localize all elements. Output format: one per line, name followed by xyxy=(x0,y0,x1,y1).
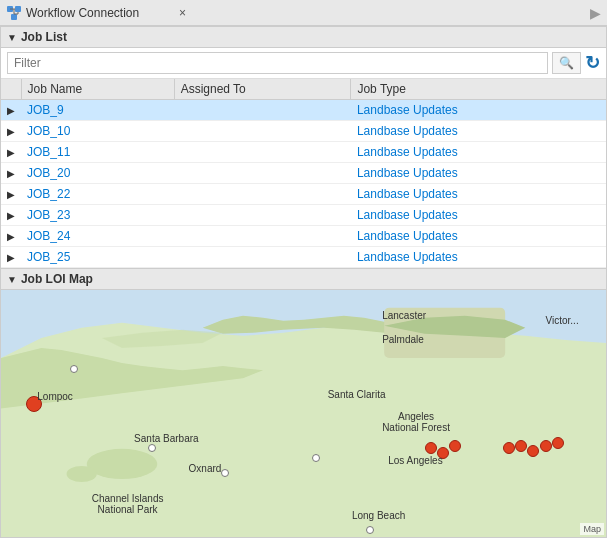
map-empty-dot-1 xyxy=(70,365,78,373)
assigned-to-cell xyxy=(174,100,351,121)
svg-point-12 xyxy=(67,466,97,482)
svg-rect-2 xyxy=(11,14,17,20)
table-row[interactable]: ▶JOB_25Landbase Updates xyxy=(1,247,606,268)
filter-input[interactable] xyxy=(7,52,548,74)
job-name-cell[interactable]: JOB_22 xyxy=(21,184,174,205)
svg-rect-1 xyxy=(15,6,21,12)
main-panel: ▼ Job List 🔍 ↻ Job Name Assigned To Job … xyxy=(0,26,607,538)
workflow-icon xyxy=(6,5,22,21)
assigned-to-cell xyxy=(174,205,351,226)
job-name-cell[interactable]: JOB_10 xyxy=(21,121,174,142)
job-type-cell: Landbase Updates xyxy=(351,142,606,163)
map-container[interactable]: Lompoc Lancaster Palmdale Santa Barbara … xyxy=(1,290,606,537)
map-title: Job LOI Map xyxy=(21,272,93,286)
job-type-cell: Landbase Updates xyxy=(351,226,606,247)
job-type-cell: Landbase Updates xyxy=(351,247,606,268)
table-row[interactable]: ▶JOB_9Landbase Updates xyxy=(1,100,606,121)
job-name-cell[interactable]: JOB_9 xyxy=(21,100,174,121)
search-icon: 🔍 xyxy=(559,56,574,70)
refresh-button[interactable]: ↻ xyxy=(585,52,600,74)
expand-icon[interactable]: ▶ xyxy=(7,189,15,200)
job-list-title: Job List xyxy=(21,30,67,44)
expand-cell[interactable]: ▶ xyxy=(1,184,21,205)
job-name-cell[interactable]: JOB_11 xyxy=(21,142,174,163)
map-empty-dot-5 xyxy=(366,526,374,534)
table-header-row: Job Name Assigned To Job Type xyxy=(1,79,606,100)
map-dot-east-1 xyxy=(503,442,515,454)
job-table: Job Name Assigned To Job Type ▶JOB_9Land… xyxy=(1,79,606,268)
map-header[interactable]: ▼ Job LOI Map xyxy=(1,269,606,290)
expand-icon[interactable]: ▶ xyxy=(7,231,15,242)
table-row[interactable]: ▶JOB_11Landbase Updates xyxy=(1,142,606,163)
expand-icon[interactable]: ▶ xyxy=(7,126,15,137)
col-job-name[interactable]: Job Name xyxy=(21,79,174,100)
map-dot-east-2 xyxy=(515,440,527,452)
map-section: ▼ Job LOI Map xyxy=(1,269,606,537)
expand-cell[interactable]: ▶ xyxy=(1,226,21,247)
job-type-cell: Landbase Updates xyxy=(351,163,606,184)
window-title: Workflow Connection xyxy=(26,6,175,20)
assigned-to-cell xyxy=(174,142,351,163)
filter-bar: 🔍 ↻ xyxy=(1,48,606,79)
col-job-type[interactable]: Job Type xyxy=(351,79,606,100)
table-row[interactable]: ▶JOB_22Landbase Updates xyxy=(1,184,606,205)
expand-icon[interactable]: ▶ xyxy=(7,210,15,221)
job-type-cell: Landbase Updates xyxy=(351,100,606,121)
svg-marker-8 xyxy=(1,323,606,537)
table-row[interactable]: ▶JOB_10Landbase Updates xyxy=(1,121,606,142)
expand-cell[interactable]: ▶ xyxy=(1,100,21,121)
table-row[interactable]: ▶JOB_23Landbase Updates xyxy=(1,205,606,226)
table-row[interactable]: ▶JOB_24Landbase Updates xyxy=(1,226,606,247)
job-name-cell[interactable]: JOB_23 xyxy=(21,205,174,226)
map-dot-east-3 xyxy=(527,445,539,457)
job-list-chevron: ▼ xyxy=(7,32,17,43)
expand-cell[interactable]: ▶ xyxy=(1,142,21,163)
job-type-cell: Landbase Updates xyxy=(351,121,606,142)
job-list-section: ▼ Job List 🔍 ↻ Job Name Assigned To Job … xyxy=(1,27,606,269)
map-background xyxy=(1,290,606,537)
job-table-wrapper[interactable]: Job Name Assigned To Job Type ▶JOB_9Land… xyxy=(1,79,606,268)
title-bar: Workflow Connection × ▶ xyxy=(0,0,607,26)
map-chevron: ▼ xyxy=(7,274,17,285)
right-arrow: ▶ xyxy=(590,5,601,21)
col-expand xyxy=(1,79,21,100)
search-button[interactable]: 🔍 xyxy=(552,52,581,74)
expand-icon[interactable]: ▶ xyxy=(7,252,15,263)
map-empty-dot-4 xyxy=(312,454,320,462)
expand-icon[interactable]: ▶ xyxy=(7,168,15,179)
job-name-cell[interactable]: JOB_25 xyxy=(21,247,174,268)
map-dot-east-4 xyxy=(540,440,552,452)
close-button[interactable]: × xyxy=(175,6,190,20)
map-dot-lompoc xyxy=(26,396,42,412)
expand-cell[interactable]: ▶ xyxy=(1,247,21,268)
expand-cell[interactable]: ▶ xyxy=(1,205,21,226)
assigned-to-cell xyxy=(174,184,351,205)
col-assigned-to[interactable]: Assigned To xyxy=(174,79,351,100)
map-attribution: Map xyxy=(580,523,604,535)
table-row[interactable]: ▶JOB_20Landbase Updates xyxy=(1,163,606,184)
assigned-to-cell xyxy=(174,121,351,142)
map-empty-dot-3 xyxy=(221,469,229,477)
svg-point-11 xyxy=(87,449,158,479)
map-empty-dot-2 xyxy=(148,444,156,452)
map-dot-la-2 xyxy=(437,447,449,459)
map-dot-la-3 xyxy=(449,440,461,452)
job-name-cell[interactable]: JOB_24 xyxy=(21,226,174,247)
assigned-to-cell xyxy=(174,247,351,268)
assigned-to-cell xyxy=(174,163,351,184)
expand-cell[interactable]: ▶ xyxy=(1,121,21,142)
job-type-cell: Landbase Updates xyxy=(351,205,606,226)
expand-icon[interactable]: ▶ xyxy=(7,147,15,158)
job-name-cell[interactable]: JOB_20 xyxy=(21,163,174,184)
expand-cell[interactable]: ▶ xyxy=(1,163,21,184)
job-list-header[interactable]: ▼ Job List xyxy=(1,27,606,48)
map-dot-la-1 xyxy=(425,442,437,454)
job-type-cell: Landbase Updates xyxy=(351,184,606,205)
assigned-to-cell xyxy=(174,226,351,247)
map-dot-east-5 xyxy=(552,437,564,449)
expand-icon[interactable]: ▶ xyxy=(7,105,15,116)
